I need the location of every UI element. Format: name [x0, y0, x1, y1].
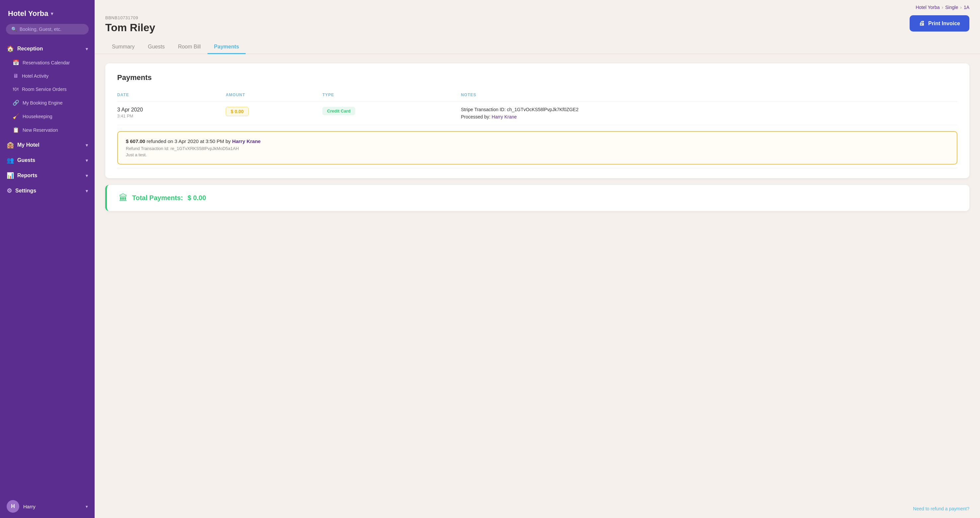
- refund-date: 3 Apr 2020: [175, 138, 199, 144]
- user-name: Harry: [23, 504, 35, 509]
- hotel-name[interactable]: Hotel Yorba ▾: [0, 0, 95, 24]
- housekeeping-label: Housekeeping: [22, 114, 52, 119]
- reservations-calendar-label: Reservations Calendar: [22, 60, 70, 65]
- room-service-icon: 🍽: [13, 86, 19, 92]
- user-chevron-icon: ▾: [86, 504, 88, 509]
- my-hotel-header[interactable]: 🏨 My Hotel ▾: [0, 137, 95, 152]
- col-type: TYPE: [322, 90, 461, 102]
- sidebar-item-room-service-orders[interactable]: 🍽 Room Service Orders: [0, 83, 95, 96]
- total-amount: $ 0.00: [188, 194, 206, 202]
- room-service-label: Room Service Orders: [22, 87, 67, 92]
- hotel-chevron-icon: ▾: [51, 11, 53, 16]
- payment-date: 3 Apr 2020: [117, 107, 226, 113]
- reports-label: Reports: [17, 173, 37, 178]
- page-header: BBNB10731709 Tom Riley 🖨 Print Invoice: [95, 10, 980, 34]
- hotel-name-label: Hotel Yorba: [8, 9, 48, 18]
- tab-guests[interactable]: Guests: [141, 40, 171, 54]
- tab-payments[interactable]: Payments: [207, 40, 246, 54]
- total-label: Total Payments:: [132, 194, 183, 202]
- sidebar-item-reservations-calendar[interactable]: 📅 Reservations Calendar: [0, 56, 95, 69]
- processed-by-label: Processed by:: [461, 114, 490, 119]
- stripe-label: Stripe Transaction ID:: [461, 107, 506, 112]
- sidebar-item-new-reservation[interactable]: 📋 New Reservation: [0, 123, 95, 137]
- processed-by: Processed by: Harry Krane: [461, 114, 958, 119]
- breadcrumb: Hotel Yorba › Single › 1A: [95, 0, 980, 10]
- refund-text: refunded on: [147, 138, 175, 144]
- search-placeholder: Booking, Guest, etc.: [19, 27, 61, 32]
- refund-id-label: Refund Transaction Id:: [126, 146, 169, 151]
- calendar-icon: 📅: [13, 59, 19, 66]
- sidebar-item-my-booking-engine[interactable]: 🔗 My Booking Engine: [0, 96, 95, 110]
- activity-icon: 🖥: [13, 73, 19, 79]
- guests-label: Guests: [17, 157, 35, 163]
- reception-chevron-icon: ▾: [86, 46, 88, 51]
- payments-table: DATE AMOUNT TYPE NOTES 3 Apr 2020 3:41 P…: [117, 90, 958, 168]
- col-date: DATE: [117, 90, 226, 102]
- sidebar-section-guests: 👥 Guests ▾: [0, 152, 95, 167]
- processed-by-link[interactable]: Harry Krane: [492, 114, 517, 119]
- search-icon: 🔍: [11, 27, 17, 32]
- breadcrumb-sep-1: ›: [942, 5, 943, 10]
- breadcrumb-room: 1A: [964, 5, 969, 10]
- my-hotel-chevron-icon: ▾: [86, 143, 88, 148]
- reception-header[interactable]: 🏠 Reception ▾: [0, 40, 95, 56]
- sidebar-section-reports: 📊 Reports ▾: [0, 167, 95, 183]
- booking-engine-label: My Booking Engine: [22, 100, 63, 105]
- guests-icon: 👥: [6, 157, 14, 164]
- search-bar[interactable]: 🔍 Booking, Guest, etc.: [6, 24, 89, 35]
- refund-bottom-section: Need to refund a payment?: [95, 504, 980, 518]
- tab-room-bill[interactable]: Room Bill: [171, 40, 207, 54]
- payment-amount-cell: $ 0.00: [226, 102, 322, 125]
- stripe-id: ch_1GTvOcKS58lPvpJk7Kf0ZGE2: [507, 107, 579, 112]
- refund-by-text: by: [226, 138, 232, 144]
- sidebar-section-my-hotel: 🏨 My Hotel ▾: [0, 137, 95, 152]
- refund-by-link[interactable]: Harry Krane: [232, 138, 261, 144]
- booking-id: BBNB10731709: [105, 15, 155, 20]
- payment-amount-badge: $ 0.00: [226, 107, 249, 116]
- new-reservation-label: New Reservation: [22, 127, 58, 133]
- sidebar: Hotel Yorba ▾ 🔍 Booking, Guest, etc. 🏠 R…: [0, 0, 95, 518]
- printer-icon: 🖨: [919, 20, 925, 27]
- bank-icon: 🏛: [119, 193, 127, 203]
- tab-summary[interactable]: Summary: [105, 40, 141, 54]
- payment-type-badge: Credit Card: [322, 107, 355, 115]
- print-invoice-button[interactable]: 🖨 Print Invoice: [910, 15, 969, 32]
- refund-amount: $ 607.00: [126, 138, 145, 144]
- reports-icon: 📊: [6, 172, 14, 179]
- payment-date-cell: 3 Apr 2020 3:41 PM: [117, 102, 226, 125]
- print-invoice-label: Print Invoice: [928, 21, 960, 27]
- booking-info: BBNB10731709 Tom Riley: [105, 15, 155, 34]
- reception-icon: 🏠: [6, 45, 14, 52]
- sidebar-item-housekeeping[interactable]: 🧹 Housekeeping: [0, 110, 95, 123]
- settings-header[interactable]: ⚙ Settings ▾: [0, 183, 95, 198]
- hotel-activity-label: Hotel Activity: [22, 73, 48, 79]
- sidebar-item-hotel-activity[interactable]: 🖥 Hotel Activity: [0, 69, 95, 83]
- refund-transaction: Refund Transaction Id: re_1GTvXRKS58lPvp…: [126, 146, 949, 151]
- settings-label: Settings: [15, 188, 36, 194]
- payment-type-cell: Credit Card: [322, 102, 461, 125]
- housekeeping-icon: 🧹: [13, 113, 19, 119]
- user-profile[interactable]: H Harry ▾: [0, 495, 95, 518]
- avatar: H: [6, 500, 19, 513]
- breadcrumb-hotel[interactable]: Hotel Yorba: [916, 5, 940, 10]
- breadcrumb-room-type[interactable]: Single: [945, 5, 958, 10]
- refund-bottom-link[interactable]: Need to refund a payment?: [913, 506, 969, 512]
- my-hotel-icon: 🏨: [6, 141, 14, 149]
- settings-chevron-icon: ▾: [86, 189, 88, 194]
- guests-chevron-icon: ▾: [86, 158, 88, 163]
- reports-chevron-icon: ▾: [86, 173, 88, 178]
- refund-time: 3:50 PM: [205, 138, 224, 144]
- total-payments-card: 🏛 Total Payments: $ 0.00: [105, 185, 969, 211]
- settings-icon: ⚙: [6, 187, 12, 194]
- guests-header[interactable]: 👥 Guests ▾: [0, 152, 95, 167]
- sidebar-section-settings: ⚙ Settings ▾: [0, 183, 95, 198]
- refund-at: at: [200, 138, 206, 144]
- main-content: Hotel Yorba › Single › 1A BBNB10731709 T…: [95, 0, 980, 518]
- my-hotel-label: My Hotel: [17, 142, 40, 148]
- payment-notes-cell: Stripe Transaction ID: ch_1GTvOcKS58lPvp…: [461, 102, 958, 125]
- reports-header[interactable]: 📊 Reports ▾: [0, 167, 95, 183]
- tabs: Summary Guests Room Bill Payments: [95, 34, 980, 54]
- refund-main: $ 607.00 refunded on 3 Apr 2020 at 3:50 …: [126, 138, 949, 144]
- refund-box: $ 607.00 refunded on 3 Apr 2020 at 3:50 …: [117, 131, 958, 165]
- payments-title: Payments: [117, 73, 958, 82]
